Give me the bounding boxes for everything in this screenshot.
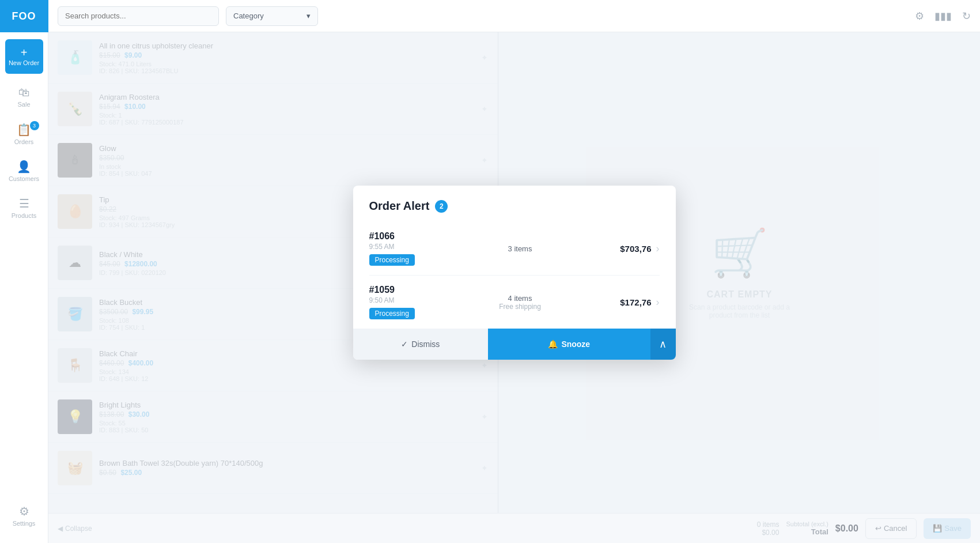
dismiss-label: Dismiss <box>411 340 440 349</box>
cart-items-count: 0 items <box>757 521 780 529</box>
order-right-1059: $172,76 › <box>596 296 660 308</box>
order-info-1059: #1059 9:50 AM Processing <box>369 285 444 319</box>
cancel-icon: ↩ <box>875 524 881 533</box>
alert-count-badge: 2 <box>435 200 448 213</box>
settings-icon: ⚙ <box>19 504 29 518</box>
orders-badge: 3 <box>30 121 39 130</box>
order-row-1066: #1066 9:55 AM Processing 3 items $703,76… <box>369 222 660 276</box>
plus-icon: + <box>21 47 28 58</box>
order-chevron-1059[interactable]: › <box>656 296 660 308</box>
save-icon: 💾 <box>933 524 942 533</box>
cart-subtotal-value: $0.00 <box>757 529 780 537</box>
total-area: Subtotal (excl.) Total <box>786 521 828 536</box>
dismiss-button[interactable]: ✓ Dismiss <box>353 329 489 360</box>
order-items-1066: 3 items <box>444 244 596 253</box>
bottom-left: ◀ Collapse <box>58 525 92 533</box>
order-time-1059: 9:50 AM <box>369 296 444 304</box>
snooze-label: Snooze <box>561 340 590 349</box>
new-order-label: New Order <box>9 59 39 66</box>
sidebar-item-settings[interactable]: ⚙ Settings <box>0 497 48 534</box>
order-items-1059: 4 items <box>444 294 596 303</box>
order-time-1066: 9:55 AM <box>369 243 444 251</box>
order-total-1066: $703,76 <box>620 244 651 254</box>
modal-footer: ✓ Dismiss 🔔 Snooze ∧ <box>353 329 676 360</box>
order-number-1059: #1059 <box>369 285 444 295</box>
chevron-down-icon: ▾ <box>307 12 311 20</box>
sidebar-item-customers[interactable]: 👤 Customers <box>0 152 48 189</box>
topbar-icons: ⚙ ▮▮▮ ↻ <box>915 10 971 22</box>
order-mid-1066: 3 items <box>444 244 596 253</box>
search-input[interactable] <box>58 6 219 26</box>
category-label: Category <box>233 12 264 20</box>
main-content: Category ▾ ⚙ ▮▮▮ ↻ 🧴 All in one citrus u… <box>48 0 980 543</box>
subtotal-area: 0 items $0.00 <box>757 521 780 537</box>
order-row-1059: #1059 9:50 AM Processing 4 items Free sh… <box>369 276 660 329</box>
save-label: Save <box>944 524 962 533</box>
filter-icon[interactable]: ⚙ <box>915 10 924 22</box>
content-area: 🧴 All in one citrus upholstery cleaner $… <box>48 32 980 513</box>
modal-overlay: Order Alert 2 #1066 9:55 AM Processing 3… <box>48 32 980 513</box>
modal-body: #1066 9:55 AM Processing 3 items $703,76… <box>353 222 676 329</box>
subtotal-label: Subtotal (excl.) <box>786 521 828 527</box>
sidebar-item-sale[interactable]: 🛍 Sale <box>0 78 48 115</box>
barcode-icon[interactable]: ▮▮▮ <box>934 10 952 22</box>
refresh-icon[interactable]: ↻ <box>962 10 971 22</box>
order-total-1059: $172,76 <box>620 297 651 307</box>
sidebar-label-settings: Settings <box>13 520 36 527</box>
customers-icon: 👤 <box>17 160 31 174</box>
products-icon: ☰ <box>19 197 29 210</box>
bottom-bar: ◀ Collapse 0 items $0.00 Subtotal (excl.… <box>48 513 980 543</box>
new-order-button[interactable]: + New Order <box>5 39 43 74</box>
order-number-1066: #1066 <box>369 231 444 242</box>
sidebar-label-orders: Orders <box>14 138 34 145</box>
bottom-right: 0 items $0.00 Subtotal (excl.) Total $0.… <box>757 518 971 539</box>
snooze-button[interactable]: 🔔 Snooze <box>488 329 650 360</box>
total-label-text: Total <box>786 527 828 536</box>
order-chevron-1066[interactable]: › <box>656 243 660 255</box>
sidebar-item-products[interactable]: ☰ Products <box>0 189 48 226</box>
chevron-up-icon: ∧ <box>659 338 667 350</box>
order-shipping-1059: Free shipping <box>444 303 596 311</box>
sidebar-label-sale: Sale <box>17 101 30 108</box>
orders-icon: 📋 <box>17 123 31 137</box>
cancel-label: Cancel <box>884 524 907 533</box>
sale-icon: 🛍 <box>18 86 30 99</box>
cart-total-value: $0.00 <box>835 523 858 534</box>
modal-header: Order Alert 2 <box>353 186 676 222</box>
order-status-1059: Processing <box>369 308 415 319</box>
cancel-button[interactable]: ↩ Cancel <box>865 518 917 539</box>
topbar: Category ▾ ⚙ ▮▮▮ ↻ <box>48 0 980 32</box>
bell-icon: 🔔 <box>548 340 558 349</box>
sidebar-label-products: Products <box>12 212 36 219</box>
save-button[interactable]: 💾 Save <box>924 518 971 539</box>
order-status-1066: Processing <box>369 254 415 266</box>
sidebar-label-customers: Customers <box>9 175 39 182</box>
collapse-label: Collapse <box>65 525 92 533</box>
sidebar-item-orders[interactable]: 📋 3 Orders <box>0 115 48 152</box>
collapse-icon: ◀ <box>58 525 63 533</box>
sidebar: FOO + New Order 🛍 Sale 📋 3 Orders 👤 Cust… <box>0 0 48 543</box>
app-logo: FOO <box>0 0 48 32</box>
modal-title: Order Alert <box>369 199 430 213</box>
category-select[interactable]: Category ▾ <box>226 6 318 26</box>
total-value-area: $0.00 <box>835 523 858 534</box>
snooze-expand-button[interactable]: ∧ <box>650 329 676 360</box>
order-mid-1059: 4 items Free shipping <box>444 294 596 311</box>
order-info-1066: #1066 9:55 AM Processing <box>369 231 444 266</box>
order-alert-modal: Order Alert 2 #1066 9:55 AM Processing 3… <box>353 186 676 360</box>
collapse-button[interactable]: ◀ Collapse <box>58 525 92 533</box>
order-right-1066: $703,76 › <box>596 243 660 255</box>
check-icon: ✓ <box>401 340 408 349</box>
